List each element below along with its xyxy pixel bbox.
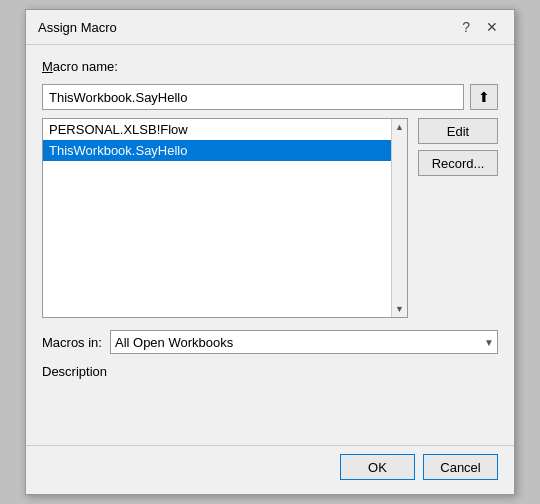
edit-button[interactable]: Edit xyxy=(418,118,498,144)
macro-name-row: ⬆ xyxy=(42,84,498,110)
bottom-buttons: OK Cancel xyxy=(26,445,514,494)
record-button[interactable]: Record... xyxy=(418,150,498,176)
dialog-title: Assign Macro xyxy=(38,20,117,35)
macros-in-label: Macros in: xyxy=(42,335,102,350)
macros-in-select-wrapper: All Open Workbooks This Workbook Persona… xyxy=(110,330,498,354)
main-content: PERSONAL.XLSB!Flow ThisWorkbook.SayHello… xyxy=(42,118,498,318)
title-bar-buttons: ? ✕ xyxy=(458,18,502,36)
title-bar: Assign Macro ? ✕ xyxy=(26,10,514,45)
description-area xyxy=(42,387,498,427)
list-item[interactable]: ThisWorkbook.SayHello xyxy=(43,140,407,161)
macros-in-select[interactable]: All Open Workbooks This Workbook Persona… xyxy=(110,330,498,354)
macros-in-row: Macros in: All Open Workbooks This Workb… xyxy=(42,330,498,354)
macro-list[interactable]: PERSONAL.XLSB!Flow ThisWorkbook.SayHello… xyxy=(42,118,408,318)
dialog-body: Macro name: ⬆ PERSONAL.XLSB!Flow ThisWor… xyxy=(26,45,514,441)
list-item[interactable]: PERSONAL.XLSB!Flow xyxy=(43,119,407,140)
help-button[interactable]: ? xyxy=(458,18,474,36)
macro-name-label: Macro name: xyxy=(42,59,498,74)
assign-macro-dialog: Assign Macro ? ✕ Macro name: ⬆ PERSONAL.… xyxy=(25,9,515,495)
scroll-up-arrow[interactable]: ▲ xyxy=(393,120,406,134)
close-button[interactable]: ✕ xyxy=(482,18,502,36)
scroll-down-arrow[interactable]: ▼ xyxy=(393,302,406,316)
side-buttons: Edit Record... xyxy=(418,118,498,176)
description-label: Description xyxy=(42,364,498,379)
macro-name-label-text: Macro name: xyxy=(42,59,118,74)
scrollbar[interactable]: ▲ ▼ xyxy=(391,119,407,317)
macro-name-input[interactable] xyxy=(42,84,464,110)
ok-button[interactable]: OK xyxy=(340,454,415,480)
upload-button[interactable]: ⬆ xyxy=(470,84,498,110)
cancel-button[interactable]: Cancel xyxy=(423,454,498,480)
